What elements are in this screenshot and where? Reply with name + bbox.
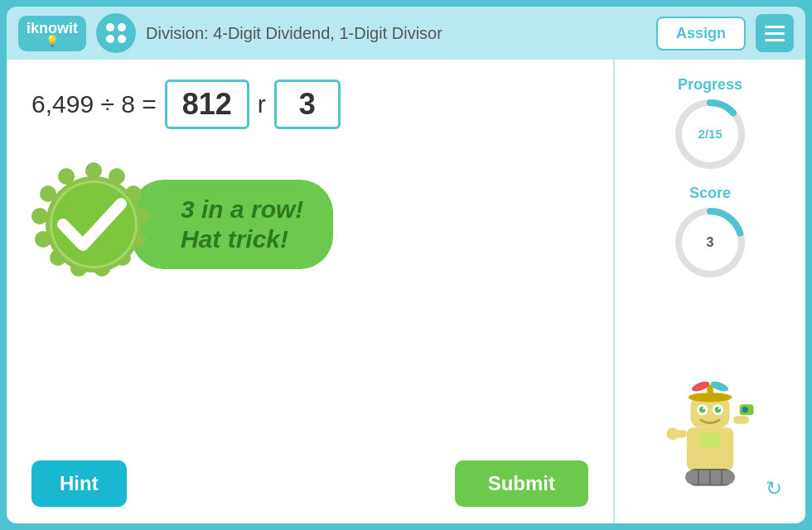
progress-section: Progress 2/15 (673, 76, 747, 171)
equation-text: 6,499 ÷ 8 = (31, 90, 157, 118)
svg-point-38 (742, 407, 748, 413)
score-section: Score 3 (673, 185, 747, 280)
svg-point-10 (31, 208, 48, 224)
achievement-badge (31, 162, 156, 287)
progress-label: Progress (678, 76, 742, 94)
svg-point-29 (718, 407, 721, 409)
svg-point-28 (703, 407, 705, 409)
logo-bulb: 💡 (46, 36, 59, 46)
sidebar: Progress 2/15 Score 3 (615, 60, 805, 523)
robot-mascot (660, 369, 760, 494)
celebration-banner: 3 in a row! Hat trick! (131, 180, 333, 269)
content-area: 6,499 ÷ 8 = 812 r 3 (7, 60, 615, 523)
robot-area (660, 369, 760, 494)
activity-icon (96, 13, 136, 53)
math-problem: 6,499 ÷ 8 = 812 r 3 (31, 80, 588, 129)
score-ring: 3 (673, 205, 747, 280)
remainder-label: r (258, 90, 266, 118)
submit-button[interactable]: Submit (455, 460, 588, 507)
progress-ring: 2/15 (673, 97, 747, 171)
bottom-buttons: Hint Submit (31, 452, 588, 507)
svg-rect-44 (700, 433, 720, 447)
activity-title: Division: 4-Digit Dividend, 1-Digit Divi… (146, 24, 646, 43)
svg-point-35 (667, 427, 679, 440)
celebration-line2: Hat trick! (181, 224, 303, 254)
remainder-box[interactable]: 3 (274, 80, 341, 129)
logo: iknowit 💡 (18, 16, 86, 51)
celebration-line1: 3 in a row! (181, 195, 303, 224)
celebration-area: 3 in a row! Hat trick! (31, 162, 588, 287)
menu-button[interactable] (756, 14, 794, 52)
svg-rect-36 (733, 416, 749, 423)
hint-button[interactable]: Hint (31, 460, 127, 507)
celebration-text: 3 in a row! Hat trick! (181, 195, 303, 254)
answer-box[interactable]: 812 (165, 80, 249, 129)
svg-text:3: 3 (707, 235, 714, 249)
assign-button[interactable]: Assign (656, 17, 746, 51)
back-icon[interactable]: ↻ (766, 477, 782, 500)
logo-text: iknowit (27, 21, 78, 36)
score-label: Score (689, 185, 731, 202)
svg-text:2/15: 2/15 (698, 127, 722, 141)
